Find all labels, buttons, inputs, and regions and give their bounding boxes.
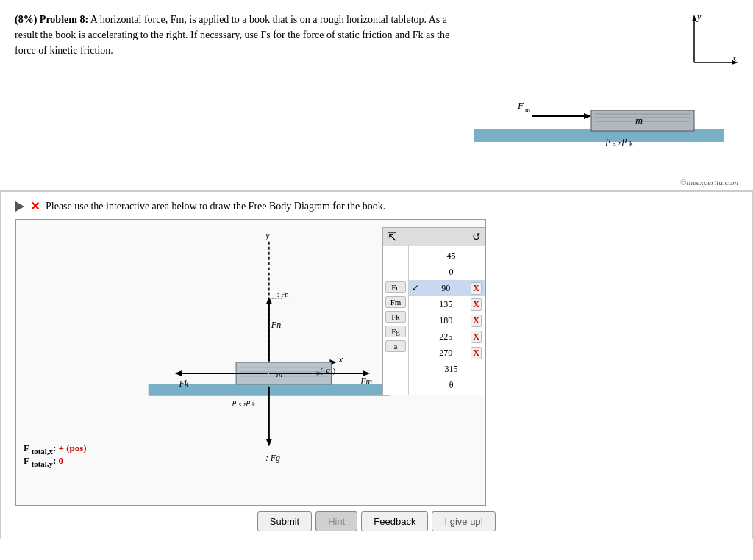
svg-text:μ: μ (232, 397, 237, 406)
svg-text:): ) (332, 366, 335, 376)
refresh-icon[interactable]: ↺ (472, 231, 481, 243)
angle-row-theta[interactable]: θ (409, 377, 485, 393)
svg-text:k: k (252, 401, 255, 408)
diagram-canvas[interactable]: y x μ s , μ k (15, 219, 486, 506)
total-y-value: 0 (58, 455, 63, 466)
val-270: 270 (421, 348, 471, 359)
total-y-label: F total,y: (24, 455, 56, 466)
svg-text:μ: μ (605, 134, 611, 146)
angle-panel-body: Fn Fm Fk Fg a 45 (383, 246, 485, 395)
svg-marker-20 (584, 113, 591, 119)
total-x-row: F total,x: + (pos) (24, 442, 87, 456)
fm-label-btn[interactable]: Fm (385, 296, 406, 308)
val-45: 45 (421, 251, 482, 262)
submit-button[interactable]: Submit (257, 511, 312, 531)
watermark: ©theexpertta.com (680, 178, 738, 187)
svg-text:s: s (613, 140, 616, 147)
val-315: 315 (421, 364, 482, 375)
angle-row-270[interactable]: 270 X (409, 345, 485, 361)
totals-display: F total,x: + (pos) F total,y: 0 (24, 442, 87, 468)
val-theta: θ (421, 380, 482, 391)
x-icon: ✕ (30, 199, 40, 213)
buttons-row: Submit Hint Feedback I give up! (15, 511, 738, 531)
x-btn-225[interactable]: X (471, 331, 482, 343)
angle-row-180[interactable]: 180 X (409, 312, 485, 329)
fk-label-btn[interactable]: Fk (385, 311, 406, 323)
angle-row-135[interactable]: 135 X (409, 296, 485, 312)
x-btn-270[interactable]: X (471, 347, 482, 359)
fn-label-btn[interactable]: Fn (385, 281, 406, 293)
total-y-row: F total,y: 0 (24, 455, 87, 468)
angle-row-0[interactable]: 0 (409, 264, 485, 280)
hint-button[interactable]: Hint (315, 511, 357, 531)
expand-button[interactable] (15, 201, 24, 212)
interactive-section: ✕ Please use the interactive area below … (0, 191, 753, 539)
svg-text:s: s (239, 401, 241, 408)
svg-marker-43 (266, 296, 272, 304)
problem-label: Problem 8: (40, 14, 88, 25)
svg-marker-1 (692, 15, 696, 21)
feedback-button[interactable]: Feedback (361, 511, 428, 531)
svg-text:(: ( (321, 366, 324, 376)
svg-text:: Fn: : Fn (277, 290, 289, 298)
svg-text:k: k (629, 140, 633, 147)
total-x-value: + (pos) (58, 442, 86, 453)
svg-text:μ: μ (621, 134, 627, 146)
svg-text:μ: μ (246, 397, 251, 406)
angle-row-225[interactable]: 225 X (409, 329, 485, 345)
x-btn-90[interactable]: X (471, 282, 482, 295)
svg-text:Fk: Fk (179, 378, 189, 389)
book-diagram: μ s , μ k m F m (466, 59, 731, 162)
val-0: 0 (421, 267, 482, 278)
svg-text:y: y (696, 12, 702, 22)
svg-text:y: y (264, 229, 270, 240)
instruction-text: Please use the interactive area below to… (46, 201, 385, 212)
svg-marker-48 (266, 439, 272, 446)
angle-row-90[interactable]: ✓ 90 X (409, 280, 485, 296)
angle-panel: ⇱ ↺ Fn Fm Fk Fg a (382, 227, 485, 395)
angle-row-315[interactable]: 315 (409, 361, 485, 377)
angle-values-col: 45 0 ✓ 90 X 135 (409, 246, 485, 395)
total-x-label: F total,x: (24, 442, 56, 453)
svg-text:F: F (517, 100, 524, 111)
problem-section: (8%) Problem 8: A horizontal force, Fm, … (0, 0, 753, 191)
igiveup-button[interactable]: I give up! (432, 511, 496, 531)
fg-label-btn[interactable]: Fg (385, 326, 406, 337)
svg-text:,: , (243, 395, 246, 406)
svg-text:x: x (338, 353, 343, 365)
val-135: 135 (421, 299, 471, 310)
val-225: 225 (421, 331, 471, 342)
interactive-area: y x μ s , μ k (15, 219, 738, 506)
angle-panel-header: ⇱ ↺ (383, 228, 485, 246)
val-180: 180 (421, 315, 471, 326)
problem-text: (8%) Problem 8: A horizontal force, Fm, … (15, 12, 456, 58)
x-btn-135[interactable]: X (471, 298, 482, 311)
a-label-btn[interactable]: a (385, 340, 406, 352)
svg-marker-51 (363, 370, 370, 376)
svg-text:m: m (525, 106, 530, 113)
svg-text:,: , (618, 134, 621, 146)
arrows-icon: ⇱ (387, 230, 396, 244)
angle-labels-col: Fn Fm Fk Fg a (383, 246, 409, 395)
problem-percent: (8%) (15, 14, 37, 25)
angle-row-45[interactable]: 45 (409, 248, 485, 264)
x-btn-180[interactable]: X (471, 315, 482, 327)
svg-text:: Fg: : Fg (265, 453, 280, 463)
svg-text:Fm: Fm (360, 376, 372, 387)
svg-text:Fn: Fn (271, 320, 281, 330)
svg-text:x: x (732, 53, 737, 63)
interactive-header: ✕ Please use the interactive area below … (15, 199, 738, 213)
svg-marker-54 (175, 370, 182, 376)
val-90: 90 (421, 283, 471, 294)
svg-text:m: m (635, 115, 643, 126)
check-90: ✓ (412, 283, 421, 294)
